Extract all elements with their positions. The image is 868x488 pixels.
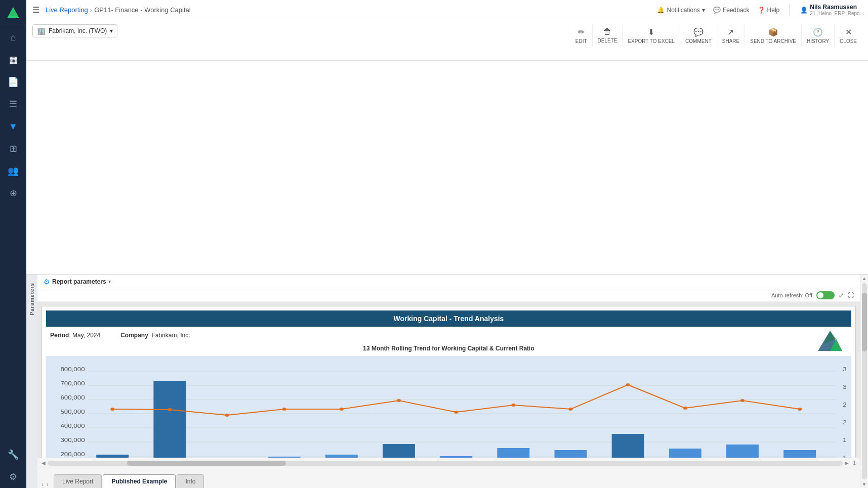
svg-point-42 bbox=[798, 408, 802, 411]
sidebar-item-list[interactable]: ☰ bbox=[0, 93, 26, 115]
svg-text:600,000: 600,000 bbox=[60, 394, 85, 400]
svg-point-36 bbox=[454, 411, 458, 414]
dropdown-arrow-icon: ▾ bbox=[110, 27, 113, 34]
scroll-left-btn[interactable]: ◀ bbox=[42, 460, 46, 466]
archive-icon: 📦 bbox=[768, 27, 778, 37]
sidebar-item-settings[interactable]: ⚙ bbox=[0, 466, 26, 488]
report-scroll-area[interactable]: Working Capital - Trend Analysis Period:… bbox=[37, 302, 860, 458]
share-icon: ↗ bbox=[727, 27, 734, 37]
breadcrumb-current: GP11- Finance - Working Capital bbox=[94, 6, 191, 14]
sidebar-item-home[interactable]: ⌂ bbox=[0, 26, 26, 49]
delete-button[interactable]: 🗑 DELETE bbox=[593, 24, 623, 47]
tab-live-report[interactable]: Live Report bbox=[54, 474, 102, 488]
tab-published-example[interactable]: Published Example bbox=[103, 474, 176, 488]
nav-divider bbox=[790, 4, 790, 16]
notifications-button[interactable]: 🔔 Notifications ▾ bbox=[657, 7, 705, 14]
company-logo bbox=[817, 330, 843, 352]
svg-text:2.0: 2.0 bbox=[843, 419, 846, 425]
delete-icon: 🗑 bbox=[603, 27, 611, 36]
bar-jun24 bbox=[440, 456, 472, 458]
report-params-header[interactable]: ⚙ Report parameters ▾ bbox=[37, 275, 860, 289]
share-button[interactable]: ↗ SHARE bbox=[717, 24, 745, 47]
tab-prev-icon[interactable]: ‹ bbox=[42, 481, 44, 488]
close-icon: ✕ bbox=[845, 27, 852, 37]
vertical-scroll-thumb[interactable] bbox=[862, 293, 867, 352]
bar-mar24 bbox=[268, 457, 301, 458]
sidebar-item-filter[interactable]: ▼ bbox=[0, 115, 26, 138]
chart-area: 800,000 700,000 600,000 500,000 400,000 … bbox=[46, 356, 851, 458]
sidebar-item-users[interactable]: 👥 bbox=[0, 160, 26, 182]
sidebar-item-integration[interactable]: ⊕ bbox=[0, 182, 26, 204]
horizontal-scroll-thumb[interactable] bbox=[127, 461, 286, 466]
company-icon: 🏢 bbox=[37, 27, 46, 35]
svg-point-37 bbox=[511, 404, 515, 407]
svg-point-38 bbox=[568, 408, 572, 411]
app-logo[interactable] bbox=[0, 0, 26, 26]
company-selector[interactable]: 🏢 Fabrikam, Inc. (TWO) ▾ bbox=[32, 24, 117, 37]
edit-icon: ✏ bbox=[578, 27, 585, 37]
scroll-right-btn[interactable]: ▶ bbox=[845, 460, 849, 466]
svg-point-34 bbox=[340, 408, 344, 411]
history-icon: 🕐 bbox=[813, 27, 823, 37]
bar-jul24 bbox=[497, 448, 529, 458]
sidebar-item-reports[interactable]: 📄 bbox=[0, 71, 26, 93]
bar-oct24 bbox=[669, 449, 701, 458]
toolbar-buttons: ✏ EDIT 🗑 DELETE ⬇ EXPORT TO EXCEL 💬 COMM… bbox=[570, 24, 862, 47]
comment-button[interactable]: 💬 COMMENT bbox=[680, 24, 717, 47]
tab-info[interactable]: Info bbox=[177, 474, 204, 488]
svg-text:1.0: 1.0 bbox=[843, 455, 846, 458]
sidebar-item-tools[interactable]: 🔧 bbox=[0, 443, 26, 466]
fullscreen-icon[interactable]: ⛶ bbox=[848, 292, 854, 299]
hamburger-menu[interactable]: ☰ bbox=[30, 3, 42, 17]
bar-chart-svg: 800,000 700,000 600,000 500,000 400,000 … bbox=[51, 361, 846, 458]
bar-jan24 bbox=[153, 381, 186, 458]
user-profile[interactable]: 👤 Nils Rasmussen 21_Heino_ERP_Repo... bbox=[800, 4, 864, 16]
scroll-up-btn[interactable]: ▲ bbox=[861, 275, 868, 282]
bar-dec23 bbox=[96, 455, 129, 458]
vertical-scroll-track[interactable] bbox=[862, 283, 867, 480]
feedback-button[interactable]: 💬 Feedback bbox=[713, 7, 750, 14]
svg-point-31 bbox=[168, 408, 172, 411]
horizontal-scroll-track[interactable] bbox=[48, 461, 843, 466]
archive-button[interactable]: 📦 SEND TO ARCHIVE bbox=[745, 24, 802, 47]
tab-next-icon[interactable]: › bbox=[47, 481, 49, 488]
scroll-down-btn[interactable]: ▼ bbox=[861, 480, 868, 488]
bar-dec24 bbox=[783, 450, 816, 458]
svg-text:3.5: 3.5 bbox=[843, 366, 846, 372]
breadcrumb-live-reporting[interactable]: Live Reporting bbox=[46, 6, 88, 14]
autorefresh-toggle[interactable] bbox=[816, 291, 835, 299]
edit-button[interactable]: ✏ EDIT bbox=[570, 24, 593, 47]
feedback-icon: 💬 bbox=[713, 7, 721, 14]
close-button[interactable]: ✕ CLOSE bbox=[835, 24, 862, 47]
expand-icon[interactable]: ⤢ bbox=[839, 292, 844, 299]
export-button[interactable]: ⬇ EXPORT TO EXCEL bbox=[623, 24, 680, 47]
svg-text:700,000: 700,000 bbox=[60, 380, 85, 386]
svg-point-30 bbox=[110, 408, 114, 411]
chart-title: Working Capital - Trend Analysis bbox=[46, 310, 851, 327]
help-button[interactable]: ❓ Help bbox=[758, 7, 780, 14]
params-label: Parameters bbox=[29, 283, 35, 315]
history-button[interactable]: 🕐 HISTORY bbox=[802, 24, 835, 47]
bar-sep24 bbox=[612, 434, 644, 458]
svg-point-35 bbox=[397, 399, 401, 402]
bar-aug24 bbox=[555, 450, 587, 458]
svg-point-33 bbox=[282, 408, 286, 411]
svg-text:800,000: 800,000 bbox=[60, 366, 85, 372]
bottom-scrollbar[interactable]: ◀ ▶ 1 bbox=[37, 458, 860, 468]
bar-nov24 bbox=[726, 445, 759, 458]
sidebar-item-dashboard[interactable]: ▦ bbox=[0, 49, 26, 71]
params-expand-icon: ▾ bbox=[108, 279, 111, 284]
sidebar-item-table[interactable]: ⊞ bbox=[0, 138, 26, 160]
bottom-tabs: ‹ › Live Report Published Example Info bbox=[37, 468, 860, 488]
sidebar: ⌂ ▦ 📄 ☰ ▼ ⊞ 👥 ⊕ 🔧 ⚙ bbox=[0, 0, 26, 488]
params-panel bbox=[26, 61, 868, 275]
svg-point-41 bbox=[740, 399, 745, 402]
svg-text:2.5: 2.5 bbox=[843, 402, 846, 407]
breadcrumb: Live Reporting › GP11- Finance - Working… bbox=[46, 6, 191, 14]
content-area bbox=[26, 61, 868, 275]
user-icon: 👤 bbox=[800, 7, 808, 14]
right-scrollbar[interactable]: ▲ ▼ bbox=[860, 275, 868, 489]
report-meta: Period: May, 2024 Company: Fabrikam, Inc… bbox=[46, 330, 851, 341]
svg-text:3.0: 3.0 bbox=[843, 384, 846, 389]
report-container: Working Capital - Trend Analysis Period:… bbox=[42, 306, 856, 458]
